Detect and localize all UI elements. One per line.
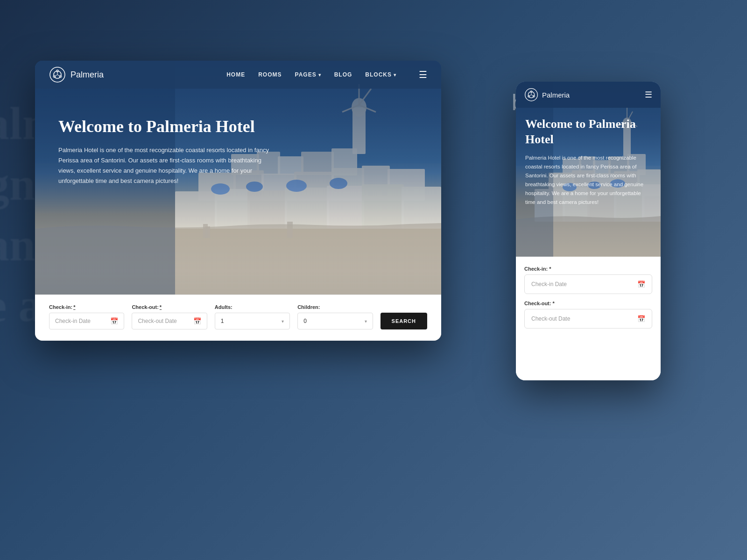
mobile-hero-title: Welcome to Palmeria Hotel bbox=[525, 117, 651, 147]
mobile-checkin-calendar-icon: 📅 bbox=[637, 280, 645, 288]
mobile-logo-icon bbox=[524, 88, 538, 102]
nav-rooms[interactable]: ROOMS bbox=[258, 71, 282, 78]
mobile-hero-description: Palmeria Hotel is one of the most recogn… bbox=[525, 154, 651, 207]
checkout-calendar-icon: 📅 bbox=[193, 317, 201, 325]
checkin-group: Check-in:* Check-in Date 📅 bbox=[49, 304, 124, 329]
desktop-hero-content: Welcome to Palmeria Hotel Palmeria Hotel… bbox=[58, 117, 273, 187]
nav-blocks[interactable]: BLOCKS bbox=[365, 71, 396, 78]
desktop-form-row: Check-in:* Check-in Date 📅 Check-out:* C… bbox=[49, 304, 427, 329]
adults-select[interactable]: 1 ▾ bbox=[215, 313, 290, 329]
mobile-checkout-group: Check-out: * Check-out Date 📅 bbox=[524, 301, 652, 329]
desktop-hero-description: Palmeria Hotel is one of the most recogn… bbox=[58, 145, 273, 186]
checkout-label: Check-out:* bbox=[132, 304, 207, 310]
mobile-hamburger-icon[interactable]: ☰ bbox=[645, 90, 652, 100]
mobile-checkout-calendar-icon: 📅 bbox=[637, 315, 645, 322]
search-button[interactable]: SEARCH bbox=[381, 313, 427, 329]
mobile-checkout-label: Check-out: * bbox=[524, 301, 652, 306]
adults-label: Adults: bbox=[215, 304, 290, 310]
desktop-nav-links: HOME ROOMS PAGES BLOG BLOCKS ☰ bbox=[226, 69, 427, 80]
desktop-booking-form: Check-in:* Check-in Date 📅 Check-out:* C… bbox=[35, 294, 441, 341]
checkin-calendar-icon: 📅 bbox=[110, 317, 118, 325]
children-select[interactable]: 0 ▾ bbox=[297, 313, 373, 329]
desktop-mockup: Palmeria HOME ROOMS PAGES BLOG BLOCKS ☰ … bbox=[35, 61, 441, 341]
checkin-input[interactable]: Check-in Date 📅 bbox=[49, 313, 124, 329]
desktop-hamburger-icon[interactable]: ☰ bbox=[419, 69, 427, 80]
desktop-nav: Palmeria HOME ROOMS PAGES BLOG BLOCKS ☰ bbox=[35, 61, 441, 89]
mobile-checkout-input[interactable]: Check-out Date 📅 bbox=[524, 309, 652, 329]
desktop-logo[interactable]: Palmeria bbox=[49, 66, 104, 83]
nav-blog[interactable]: BLOG bbox=[334, 71, 352, 78]
desktop-logo-text: Palmeria bbox=[70, 70, 104, 80]
checkout-group: Check-out:* Check-out Date 📅 bbox=[132, 304, 207, 329]
mobile-nav: Palmeria ☰ bbox=[516, 82, 661, 108]
mobile-mockup: Palmeria ☰ Welcome to Palmeria Hotel Pal… bbox=[516, 82, 661, 380]
mobile-checkin-input[interactable]: Check-in Date 📅 bbox=[524, 274, 652, 294]
adults-dropdown-arrow: ▾ bbox=[282, 319, 284, 324]
checkin-label: Check-in:* bbox=[49, 304, 124, 310]
nav-home[interactable]: HOME bbox=[226, 71, 245, 78]
adults-group: Adults: 1 ▾ bbox=[215, 304, 290, 329]
mobile-hero-content: Welcome to Palmeria Hotel Palmeria Hotel… bbox=[525, 117, 651, 207]
desktop-hero-title: Welcome to Palmeria Hotel bbox=[58, 117, 273, 137]
children-label: Children: bbox=[297, 304, 373, 310]
mobile-logo-text: Palmeria bbox=[542, 91, 570, 99]
checkout-input[interactable]: Check-out Date 📅 bbox=[132, 313, 207, 329]
palmeria-logo-icon bbox=[49, 66, 66, 83]
mobile-checkin-label: Check-in: * bbox=[524, 266, 652, 272]
mobile-logo[interactable]: Palmeria bbox=[524, 88, 570, 102]
mobile-checkin-group: Check-in: * Check-in Date 📅 bbox=[524, 266, 652, 294]
mobile-booking-form: Check-in: * Check-in Date 📅 Check-out: *… bbox=[516, 257, 661, 380]
nav-pages[interactable]: PAGES bbox=[295, 71, 321, 78]
children-group: Children: 0 ▾ bbox=[297, 304, 373, 329]
children-dropdown-arrow: ▾ bbox=[365, 319, 367, 324]
